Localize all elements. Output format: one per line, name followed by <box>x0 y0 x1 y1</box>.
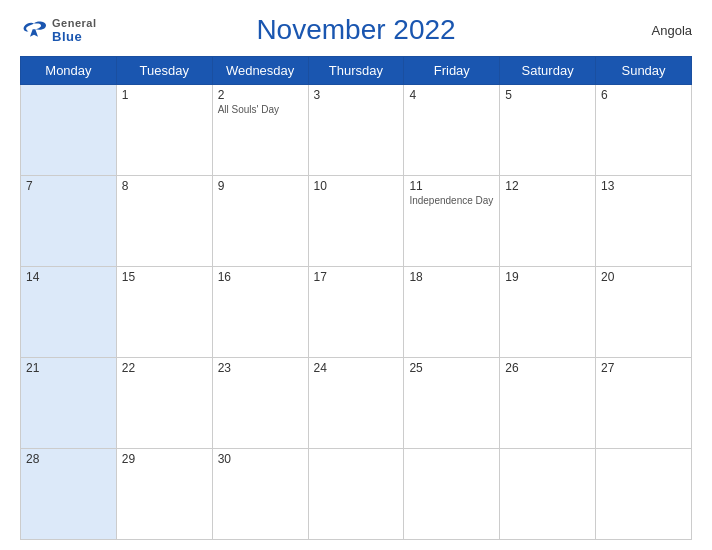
calendar-cell: 23 <box>212 358 308 449</box>
calendar-cell <box>21 85 117 176</box>
day-number: 7 <box>26 179 111 193</box>
calendar-cell: 13 <box>596 176 692 267</box>
calendar-cell <box>596 449 692 540</box>
day-number: 12 <box>505 179 590 193</box>
calendar-cell: 3 <box>308 85 404 176</box>
calendar-cell: 4 <box>404 85 500 176</box>
weekday-header-saturday: Saturday <box>500 57 596 85</box>
weekday-header-friday: Friday <box>404 57 500 85</box>
day-number: 25 <box>409 361 494 375</box>
month-title: November 2022 <box>256 14 455 46</box>
day-number: 1 <box>122 88 207 102</box>
calendar-cell: 8 <box>116 176 212 267</box>
calendar-cell: 19 <box>500 267 596 358</box>
calendar-cell <box>500 449 596 540</box>
logo: General Blue <box>20 17 96 44</box>
calendar-cell: 21 <box>21 358 117 449</box>
calendar-cell: 16 <box>212 267 308 358</box>
day-number: 8 <box>122 179 207 193</box>
calendar-cell: 24 <box>308 358 404 449</box>
week-row-3: 14151617181920 <box>21 267 692 358</box>
day-number: 21 <box>26 361 111 375</box>
calendar-table: MondayTuesdayWednesdayThursdayFridaySatu… <box>20 56 692 540</box>
calendar-cell: 30 <box>212 449 308 540</box>
week-row-1: 12All Souls' Day3456 <box>21 85 692 176</box>
calendar-cell: 2All Souls' Day <box>212 85 308 176</box>
day-number: 5 <box>505 88 590 102</box>
logo-general: General <box>52 17 96 29</box>
calendar-cell: 20 <box>596 267 692 358</box>
day-number: 28 <box>26 452 111 466</box>
calendar-cell: 14 <box>21 267 117 358</box>
weekday-header-wednesday: Wednesday <box>212 57 308 85</box>
holiday-name: All Souls' Day <box>218 104 303 116</box>
day-number: 19 <box>505 270 590 284</box>
day-number: 9 <box>218 179 303 193</box>
calendar-cell: 26 <box>500 358 596 449</box>
calendar-cell: 18 <box>404 267 500 358</box>
week-row-4: 21222324252627 <box>21 358 692 449</box>
day-number: 23 <box>218 361 303 375</box>
calendar-cell: 1 <box>116 85 212 176</box>
day-number: 30 <box>218 452 303 466</box>
day-number: 14 <box>26 270 111 284</box>
weekday-header-thursday: Thursday <box>308 57 404 85</box>
logo-blue: Blue <box>52 29 96 44</box>
day-number: 4 <box>409 88 494 102</box>
weekday-header-monday: Monday <box>21 57 117 85</box>
day-number: 10 <box>314 179 399 193</box>
day-number: 3 <box>314 88 399 102</box>
calendar-cell: 15 <box>116 267 212 358</box>
calendar-cell: 5 <box>500 85 596 176</box>
calendar-cell: 9 <box>212 176 308 267</box>
day-number: 20 <box>601 270 686 284</box>
holiday-name: Independence Day <box>409 195 494 207</box>
calendar-cell: 25 <box>404 358 500 449</box>
day-number: 13 <box>601 179 686 193</box>
day-number: 29 <box>122 452 207 466</box>
calendar-cell: 11Independence Day <box>404 176 500 267</box>
calendar-cell: 28 <box>21 449 117 540</box>
day-number: 17 <box>314 270 399 284</box>
week-row-5: 282930 <box>21 449 692 540</box>
calendar-cell: 17 <box>308 267 404 358</box>
calendar-cell: 7 <box>21 176 117 267</box>
logo-icon <box>20 20 48 40</box>
calendar-cell: 6 <box>596 85 692 176</box>
calendar-cell: 12 <box>500 176 596 267</box>
weekday-header-sunday: Sunday <box>596 57 692 85</box>
day-number: 24 <box>314 361 399 375</box>
week-row-2: 7891011Independence Day1213 <box>21 176 692 267</box>
day-number: 6 <box>601 88 686 102</box>
day-number: 11 <box>409 179 494 193</box>
day-number: 2 <box>218 88 303 102</box>
day-number: 27 <box>601 361 686 375</box>
day-number: 22 <box>122 361 207 375</box>
calendar-header: General Blue November 2022 Angola <box>20 10 692 50</box>
day-number: 15 <box>122 270 207 284</box>
calendar-cell: 22 <box>116 358 212 449</box>
weekday-header-row: MondayTuesdayWednesdayThursdayFridaySatu… <box>21 57 692 85</box>
calendar-cell <box>404 449 500 540</box>
calendar-cell: 27 <box>596 358 692 449</box>
weekday-header-tuesday: Tuesday <box>116 57 212 85</box>
calendar-cell <box>308 449 404 540</box>
calendar-cell: 10 <box>308 176 404 267</box>
day-number: 16 <box>218 270 303 284</box>
country-label: Angola <box>652 23 692 38</box>
day-number: 26 <box>505 361 590 375</box>
day-number: 18 <box>409 270 494 284</box>
calendar-cell: 29 <box>116 449 212 540</box>
